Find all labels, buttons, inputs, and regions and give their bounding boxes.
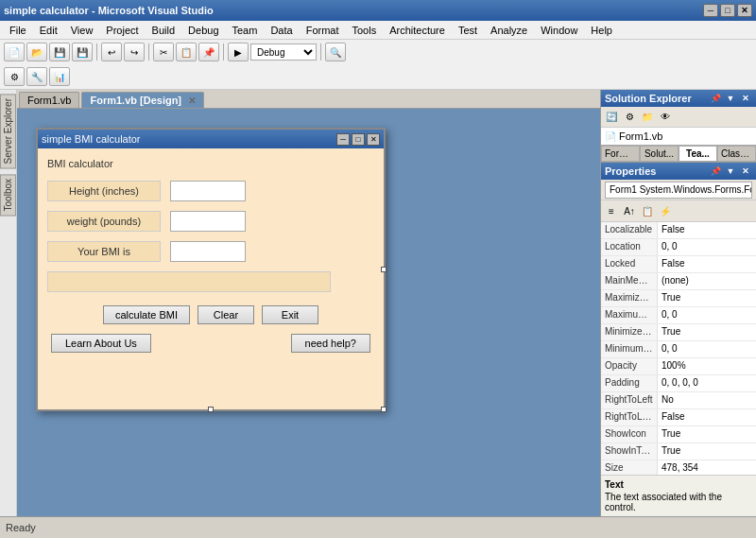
clear-btn[interactable]: Clear [198, 305, 254, 324]
props-row[interactable]: Size 478, 354 [601, 460, 756, 475]
props-row[interactable]: MaximizeBox True [601, 290, 756, 307]
pin-icon[interactable]: 📌 [709, 92, 722, 105]
props-row[interactable]: Padding 0, 0, 0, 0 [601, 375, 756, 392]
weight-input[interactable] [170, 211, 246, 232]
open-button[interactable]: 📂 [26, 43, 47, 61]
sol-props-btn[interactable]: ⚙ [621, 109, 638, 126]
form-close-button[interactable]: ✕ [367, 133, 380, 146]
save-all-button[interactable]: 💾 [72, 43, 93, 61]
props-row[interactable]: Locked False [601, 256, 756, 273]
menu-help[interactable]: Help [585, 23, 618, 38]
tab-close-icon[interactable]: ✕ [188, 95, 196, 106]
maximize-button[interactable]: □ [720, 4, 735, 17]
props-row[interactable]: MaximumSize 0, 0 [601, 307, 756, 324]
close-panel-icon[interactable]: ✕ [739, 92, 752, 105]
sol-all-btn[interactable]: 📁 [639, 109, 656, 126]
props-row[interactable]: Localizable False [601, 222, 756, 239]
debug-config-select[interactable]: Debug Release [250, 43, 317, 61]
props-row[interactable]: RightToLeft No [601, 392, 756, 409]
props-dropdown-icon[interactable]: ▼ [724, 165, 737, 178]
sol-view-btn[interactable]: 👁 [657, 109, 674, 126]
sol-item-form1vb[interactable]: 📄 Form1.vb [603, 130, 754, 143]
cut-button[interactable]: ✂ [153, 43, 174, 61]
props-row[interactable]: MinimizeBox True [601, 324, 756, 341]
sol-refresh-btn[interactable]: 🔄 [603, 109, 620, 126]
help-btn[interactable]: need help? [291, 334, 370, 353]
bmi-output[interactable] [170, 241, 246, 262]
minimize-button[interactable]: ─ [703, 4, 718, 17]
props-value: False [658, 409, 756, 425]
menu-tools[interactable]: Tools [347, 23, 383, 38]
props-row[interactable]: ShowIcon True [601, 426, 756, 443]
exit-btn[interactable]: Exit [262, 305, 318, 324]
toolbox-tab[interactable]: Toolbox [0, 174, 16, 216]
resize-handle-mr[interactable] [381, 267, 387, 272]
tab-form1-vb[interactable]: Form1.vb [19, 92, 79, 108]
sep-1 [96, 43, 97, 61]
props-event-btn[interactable]: ⚡ [657, 202, 674, 219]
props-value: False [658, 256, 756, 272]
props-name: Opacity [601, 358, 658, 374]
menu-edit[interactable]: Edit [34, 23, 63, 38]
props-title-icons: 📌 ▼ ✕ [709, 165, 752, 178]
menu-architecture[interactable]: Architecture [384, 23, 451, 38]
server-explorer-tab[interactable]: Server Explorer [0, 94, 16, 168]
tb2-btn1[interactable]: ⚙ [4, 67, 25, 86]
menu-analyze[interactable]: Analyze [485, 23, 533, 38]
props-row[interactable]: MinimumSize 0, 0 [601, 341, 756, 358]
close-button[interactable]: ✕ [737, 4, 752, 17]
menu-window[interactable]: Window [535, 23, 583, 38]
menu-file[interactable]: File [4, 23, 32, 38]
copy-button[interactable]: 📋 [176, 43, 197, 61]
start-button[interactable]: ▶ [228, 43, 249, 61]
sol-tab-solut[interactable]: Solut... [640, 146, 679, 162]
props-name: MinimizeBox [601, 324, 658, 340]
props-name: MaximizeBox [601, 290, 658, 306]
menu-debug[interactable]: Debug [182, 23, 224, 38]
menu-build[interactable]: Build [146, 23, 180, 38]
sol-form1vb-label: Form1.vb [619, 130, 662, 142]
menu-project[interactable]: Project [100, 23, 144, 38]
sol-tab-class[interactable]: Class... [717, 146, 756, 162]
props-row[interactable]: Opacity 100% [601, 358, 756, 375]
form-maximize-button[interactable]: □ [352, 133, 365, 146]
learn-btn[interactable]: Learn About Us [51, 334, 151, 353]
menu-team[interactable]: Team [227, 23, 264, 38]
props-row[interactable]: MainMenuStr (none) [601, 273, 756, 290]
resize-handle-br[interactable] [381, 407, 387, 412]
form-window: simple BMI calculator ─ □ ✕ BMI calculat… [36, 128, 386, 411]
form-minimize-button[interactable]: ─ [336, 133, 350, 146]
props-categorized-btn[interactable]: ≡ [603, 202, 620, 219]
calculate-btn[interactable]: calculate BMI [103, 305, 190, 324]
props-row[interactable]: ShowInTaskb. True [601, 443, 756, 460]
height-input[interactable] [170, 181, 246, 201]
paste-button[interactable]: 📌 [198, 43, 219, 61]
props-alpha-btn[interactable]: A↑ [621, 202, 638, 219]
menu-view[interactable]: View [65, 23, 99, 38]
menu-data[interactable]: Data [265, 23, 298, 38]
sol-tab-form1[interactable]: Form1.vb [601, 146, 640, 162]
solution-explorer-title: Solution Explorer [605, 93, 692, 104]
undo-button[interactable]: ↩ [101, 43, 122, 61]
form-title-text: simple BMI calculator [42, 133, 141, 145]
props-pin-icon[interactable]: 📌 [709, 165, 722, 178]
menu-test[interactable]: Test [453, 23, 483, 38]
props-object-selector[interactable]: Form1 System.Windows.Forms.Fo [605, 182, 752, 199]
bmi-row: Your BMI is [47, 241, 374, 262]
save-button[interactable]: 💾 [49, 43, 70, 61]
redo-button[interactable]: ↪ [124, 43, 145, 61]
props-close-icon[interactable]: ✕ [739, 165, 752, 178]
sol-tab-tea[interactable]: Tea... [679, 146, 717, 162]
tab-form1-design[interactable]: Form1.vb [Design] ✕ [81, 92, 204, 108]
dropdown-icon[interactable]: ▼ [724, 92, 737, 105]
resize-handle-bm[interactable] [208, 407, 214, 412]
props-row[interactable]: Location 0, 0 [601, 239, 756, 256]
tb2-btn3[interactable]: 📊 [49, 67, 70, 86]
find-button[interactable]: 🔍 [325, 43, 346, 61]
menu-format[interactable]: Format [301, 23, 345, 38]
props-row[interactable]: RightToLeftLa False [601, 409, 756, 426]
tb2-btn2[interactable]: 🔧 [26, 67, 47, 86]
new-project-button[interactable]: 📄 [4, 43, 25, 61]
bmi-label: Your BMI is [47, 241, 161, 262]
props-proppage-btn[interactable]: 📋 [639, 202, 656, 219]
